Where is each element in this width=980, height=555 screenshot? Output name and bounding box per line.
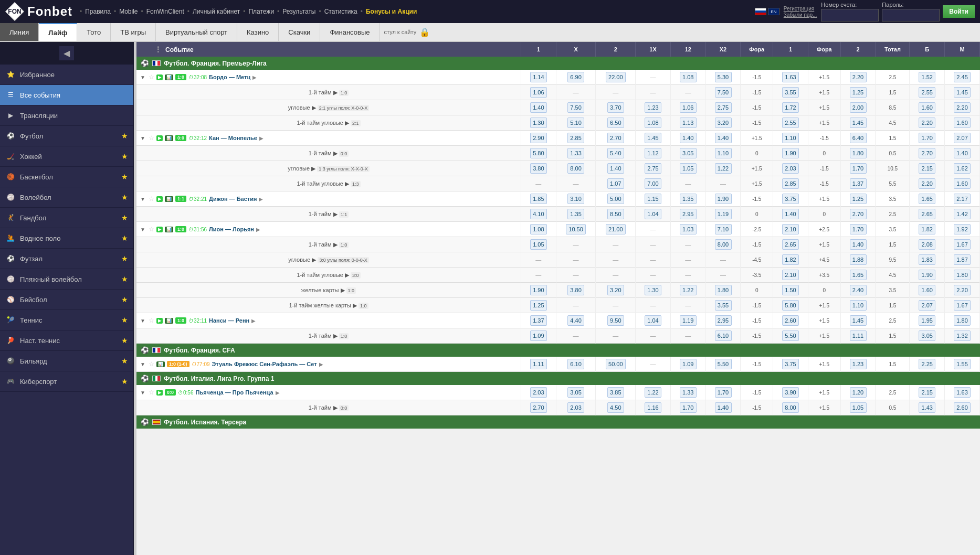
sub-odd-c12[interactable]: —	[670, 176, 705, 191]
odd-button[interactable]: 1.80	[850, 148, 867, 158]
sub-odd-tm[interactable]: 2.60	[945, 400, 980, 415]
odd-c12[interactable]: 1.40	[670, 131, 705, 146]
collapse-button[interactable]: ▼	[139, 317, 146, 324]
register-link[interactable]: Регистрация	[784, 6, 817, 12]
tab-virtual[interactable]: Виртуальный спорт	[156, 23, 237, 41]
favorite-star[interactable]: ☆	[149, 134, 154, 142]
odd-button[interactable]: 1.65	[919, 194, 935, 204]
sub-odd-c1[interactable]: 2.70	[521, 400, 556, 415]
sub-odd-c2[interactable]: —	[596, 298, 636, 313]
sub-odd-c1x[interactable]: —	[636, 298, 671, 313]
sub-odd-f1[interactable]: 1.90	[773, 146, 808, 161]
nav-fonwin[interactable]: FonWinClient	[146, 8, 184, 15]
odd-button[interactable]: 5.00	[607, 194, 624, 204]
odd-button[interactable]: 1.23	[645, 102, 661, 113]
sub-odd-cx[interactable]: 3.80	[556, 283, 596, 298]
sidebar-item-table-tennis[interactable]: 🏓 Наст. теннис ★	[0, 330, 133, 351]
event-link[interactable]: Кан — Монпелье	[209, 135, 257, 141]
odd-f1[interactable]: 3.90	[773, 385, 808, 400]
sub-odd-tb[interactable]: 1.90	[910, 268, 945, 283]
sub-odd-f1[interactable]: 2.55	[773, 115, 808, 131]
sidebar-item-waterpolo[interactable]: 🤽 Водное поло ★	[0, 228, 133, 249]
odd-button[interactable]: 1.45	[954, 87, 971, 98]
odd-button[interactable]: 2.25	[919, 359, 935, 369]
odd-c2[interactable]: 2.70	[596, 131, 636, 146]
sub-odd-cx[interactable]: —	[556, 237, 596, 252]
sub-odd-c1[interactable]: —	[521, 176, 556, 191]
odd-button[interactable]: 22.00	[606, 72, 626, 82]
sub-odd-tm[interactable]: 1.80	[945, 268, 980, 283]
sub-odd-f2[interactable]: 1.80	[840, 146, 876, 161]
sub-odd-c12[interactable]: —	[670, 268, 705, 283]
odd-button[interactable]: 1.35	[680, 194, 697, 204]
sub-odd-c1[interactable]: —	[521, 268, 556, 283]
sub-odd-c2[interactable]: —	[596, 328, 636, 344]
odd-button[interactable]: 2.95	[715, 315, 732, 326]
odd-button[interactable]: 50.00	[606, 359, 626, 369]
sub-odd-tb[interactable]: 2.65	[910, 207, 945, 222]
odd-cx2[interactable]: 1.70	[705, 385, 741, 400]
odd-button[interactable]: 1.63	[782, 72, 799, 82]
odd-button[interactable]: 2.70	[850, 209, 867, 219]
odd-button[interactable]: 1.83	[919, 254, 935, 265]
odd-button[interactable]: 1.95	[919, 315, 935, 326]
odd-button[interactable]: 3.20	[607, 285, 624, 295]
odd-c1x[interactable]: —	[636, 357, 671, 372]
sub-odd-c12[interactable]: —	[670, 328, 705, 344]
odd-button[interactable]: 1.60	[954, 178, 971, 189]
odd-tb[interactable]: 1.95	[910, 313, 945, 328]
sub-odd-tb[interactable]: 2.07	[910, 298, 945, 313]
odd-button[interactable]: 1.90	[715, 194, 732, 204]
odd-button[interactable]: 1.30	[530, 118, 547, 128]
volleyball-star[interactable]: ★	[121, 193, 128, 201]
sub-odd-cx[interactable]: 2.03	[556, 400, 596, 415]
sub-odd-cx2[interactable]: 2.75	[705, 100, 741, 115]
sub-odd-tb[interactable]: 3.05	[910, 328, 945, 344]
odd-button[interactable]: 1.04	[645, 209, 661, 219]
odd-button[interactable]: 5.10	[567, 118, 584, 128]
sub-odd-tm[interactable]: 1.42	[945, 207, 980, 222]
odd-button[interactable]: 5.30	[715, 72, 732, 82]
sub-odd-tm[interactable]: 2.20	[945, 100, 980, 115]
odd-button[interactable]: 1.05	[680, 163, 697, 174]
sub-odd-c2[interactable]: 1.07	[596, 176, 636, 191]
odd-button[interactable]: 1.40	[715, 133, 732, 143]
sub-odd-f2[interactable]: 1.25	[840, 85, 876, 100]
login-button[interactable]: Войти	[943, 5, 975, 18]
odd-cx2[interactable]: 1.40	[705, 131, 741, 146]
odd-button[interactable]: 1.03	[680, 224, 697, 234]
sub-odd-tm[interactable]: 2.20	[945, 283, 980, 298]
odd-button[interactable]: 3.85	[607, 387, 624, 398]
odd-button[interactable]: 2.20	[850, 72, 867, 82]
sidebar-item-handball[interactable]: 🤾 Гандбол ★	[0, 208, 133, 228]
sub-odd-c12[interactable]: —	[670, 85, 705, 100]
sub-odd-c1[interactable]: 4.10	[521, 207, 556, 222]
sub-odd-c1x[interactable]: 1.08	[636, 115, 671, 131]
odd-c12[interactable]: 1.09	[670, 357, 705, 372]
odd-c1x[interactable]: 1.22	[636, 385, 671, 400]
odd-button[interactable]: 1.82	[782, 254, 799, 265]
odd-button[interactable]: 5.50	[782, 330, 799, 341]
odd-button[interactable]: 2.20	[954, 285, 971, 295]
sidebar-item-tennis[interactable]: 🎾 Теннис ★	[0, 310, 133, 330]
sub-odd-tb[interactable]: 2.15	[910, 161, 945, 176]
odd-button[interactable]: 2.20	[954, 102, 971, 113]
sidebar-item-volleyball[interactable]: 🏐 Волейбол ★	[0, 187, 133, 208]
sub-odd-c2[interactable]: 1.40	[596, 161, 636, 176]
sub-odd-cx[interactable]: 1.35	[556, 207, 596, 222]
odd-button[interactable]: 7.50	[567, 102, 584, 113]
odd-button[interactable]: 1.23	[850, 359, 867, 369]
odd-button[interactable]: 1.04	[645, 315, 661, 326]
odd-cx2[interactable]: 5.50	[705, 357, 741, 372]
sub-odd-c1x[interactable]: —	[636, 85, 671, 100]
sub-odd-c1x[interactable]: —	[636, 328, 671, 344]
sub-odd-cx2[interactable]: 3.55	[705, 298, 741, 313]
sub-odd-tb[interactable]: 1.83	[910, 252, 945, 268]
sub-odd-c2[interactable]: —	[596, 252, 636, 268]
sub-odd-f1[interactable]: 2.10	[773, 268, 808, 283]
sidebar-item-favorites[interactable]: ⭐ Избранное	[0, 65, 133, 85]
sub-odd-c12[interactable]: 1.13	[670, 115, 705, 131]
odd-cx2[interactable]: 5.30	[705, 70, 741, 85]
odd-tb[interactable]: 1.70	[910, 131, 945, 146]
sidebar-item-all-events[interactable]: ☰ Все события	[0, 85, 133, 105]
